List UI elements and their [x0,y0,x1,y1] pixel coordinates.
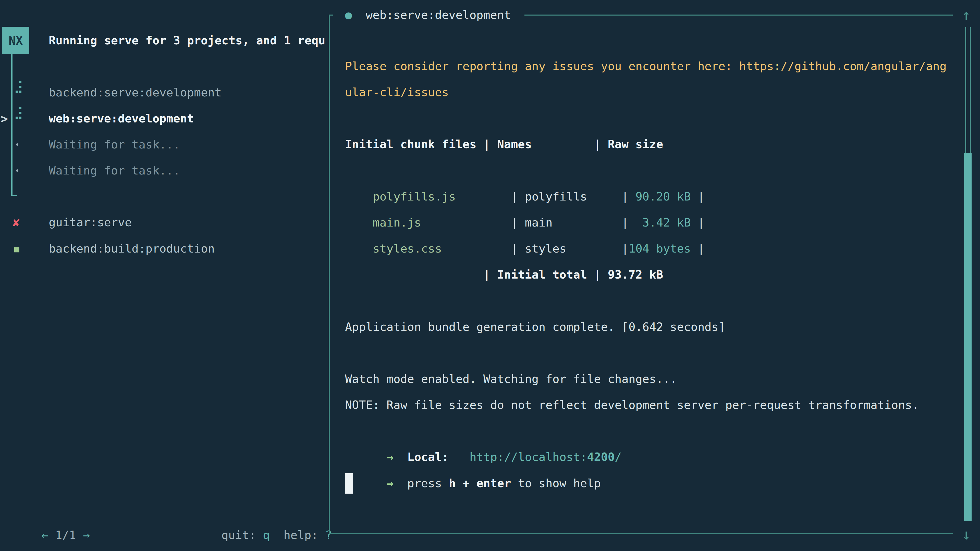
quit-hint-label: quit: [221,528,263,542]
help-hint-label: help: [270,528,325,542]
panel-border-top-stub [329,14,333,16]
chunk-row-end-pipe: | [691,242,705,256]
panel-border-bottom [329,533,953,534]
pager-prev-arrow-icon[interactable]: ← [41,528,48,542]
help-hint-keys: h + enter [449,476,511,490]
chunk-name-cell: | styles | [511,242,628,256]
output-line-notice-1: Please consider reporting any issues you… [345,53,947,79]
task-item-waiting-2[interactable]: Waiting for task... [0,158,328,184]
task-item-guitar-serve[interactable]: ✘ guitar:serve [0,210,328,235]
task-label: web:serve:development [49,106,194,132]
output-line-watch-mode: Watch mode enabled. Watching for file ch… [345,366,677,392]
sidebar-header-title: Running serve for 3 projects, and 1 requ [49,27,328,54]
task-label: guitar:serve [49,210,132,235]
output-line-notice-2: ular-cli/issues [345,79,449,105]
panel-title: web:serve:development [366,2,511,28]
keyboard-hints: quit: q help: ? [194,496,332,522]
arrow-right-icon: → [372,476,407,490]
task-label: Waiting for task... [49,132,180,158]
help-hint-post: to show help [511,476,601,490]
task-status-dot-icon: ● [345,2,352,28]
output-line-help-hint: → press h + enter to show help [345,445,601,470]
task-item-waiting-1[interactable]: Waiting for task... [0,132,328,158]
task-label: backend:build:production [49,236,215,262]
help-hint-pre: press [407,476,449,490]
quit-key: q [263,528,270,542]
task-item-backend-serve-development[interactable]: backend:serve:development [0,79,328,106]
failed-cross-icon: ✘ [13,210,20,235]
scrollbar-up-arrow-icon[interactable]: ↑ [957,2,975,28]
local-url-slash[interactable]: / [615,450,622,464]
waiting-dot-icon [16,143,18,146]
chunk-file-name: styles.css [372,242,511,256]
panel-border-top [525,14,953,16]
pager-label: 1/1 [48,528,83,542]
waiting-dot-icon [16,169,18,171]
output-line-bundle-complete: Application bundle generation complete. … [345,314,725,340]
chunk-table-row-main: main.js | main | 3.42 kB | [345,184,705,210]
scrollbar-down-arrow-icon[interactable]: ↓ [957,521,975,548]
pager: ← 1/1 → [14,496,90,522]
terminal-cursor [345,473,353,494]
task-label: Waiting for task... [49,158,180,184]
spinner-icon [19,107,21,109]
task-item-web-serve-development[interactable]: > web:serve:development [0,106,328,132]
chunk-table-row-polyfills: polyfills.js | polyfills | 90.20 kB | [345,158,705,184]
pager-next-arrow-icon[interactable]: → [83,528,90,542]
output-line-note: NOTE: Raw file sizes do not reflect deve… [345,392,919,418]
selected-task-caret-icon: > [0,106,8,132]
task-group-connector-corner [11,195,17,196]
chunk-table-row-styles: styles.css | styles |104 bytes | [345,210,705,236]
task-item-backend-build-production[interactable]: ▪ backend:build:production [0,236,328,262]
scrollbar-thumb[interactable] [964,153,972,521]
task-label: backend:serve:development [49,79,221,106]
success-square-icon: ▪ [13,236,21,262]
nx-terminal: NX Running serve for 3 projects, and 1 r… [0,0,980,551]
panel-border-left [329,14,330,534]
chunk-table-total-row: | Initial total | 93.72 kB [345,262,663,288]
spinner-icon [19,81,21,83]
chunk-table-header: Initial chunk files | Names | Raw size [345,131,663,157]
chunk-raw-size: 104 bytes [628,242,691,256]
output-line-local-url: → Local: http://localhost:4200/ [345,418,622,444]
nx-logo-badge: NX [2,27,29,54]
